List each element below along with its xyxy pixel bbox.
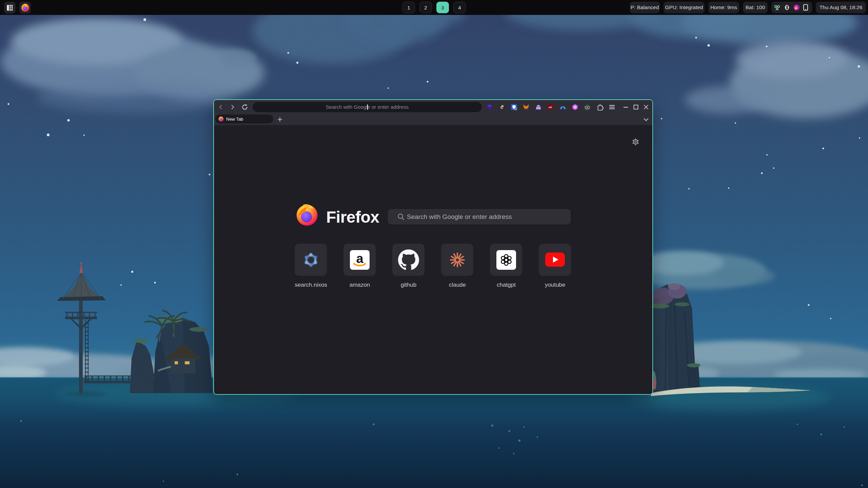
- svg-text:a: a: [356, 251, 363, 266]
- svg-text:uO: uO: [549, 106, 552, 108]
